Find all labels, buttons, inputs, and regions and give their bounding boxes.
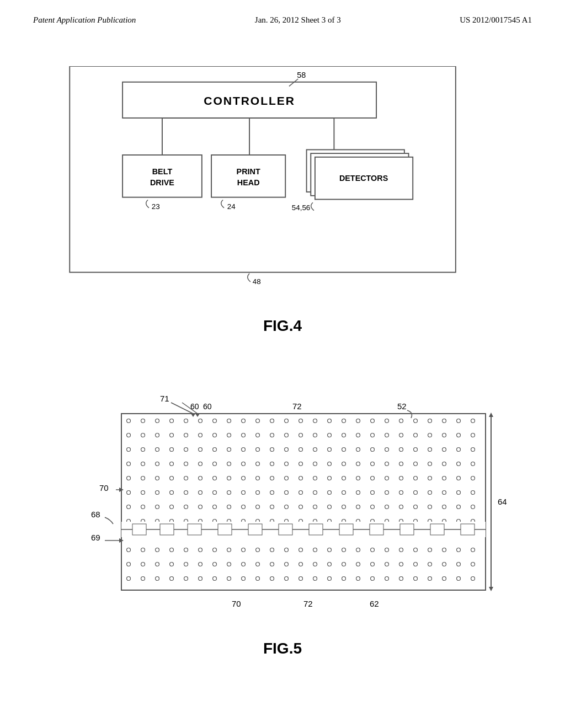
- fig4-caption: FIG.4: [263, 317, 302, 334]
- svg-marker-25: [489, 587, 493, 591]
- svg-text:58: 58: [297, 71, 306, 79]
- svg-text:70: 70: [232, 599, 241, 608]
- svg-rect-58: [218, 524, 232, 535]
- svg-text:64: 64: [498, 497, 507, 506]
- svg-text:62: 62: [370, 599, 379, 608]
- svg-text:70: 70: [99, 483, 109, 493]
- svg-text:60: 60: [203, 402, 212, 411]
- svg-text:54,56: 54,56: [292, 204, 311, 212]
- svg-rect-74: [461, 524, 475, 535]
- svg-line-29: [182, 403, 198, 414]
- svg-rect-18: [315, 157, 413, 200]
- svg-text:48: 48: [253, 277, 261, 286]
- svg-text:23: 23: [152, 202, 160, 211]
- svg-rect-70: [400, 524, 414, 535]
- svg-text:71: 71: [160, 394, 169, 403]
- svg-text:68: 68: [91, 510, 100, 519]
- svg-rect-1: [122, 82, 376, 118]
- svg-rect-8: [122, 155, 202, 197]
- svg-text:69: 69: [91, 533, 100, 542]
- svg-rect-72: [430, 524, 444, 535]
- svg-rect-60: [248, 524, 262, 535]
- svg-rect-66: [339, 524, 353, 535]
- svg-text:HEAD: HEAD: [237, 178, 260, 187]
- svg-text:72: 72: [303, 599, 313, 608]
- svg-rect-54: [160, 524, 174, 535]
- header-right: US 2012/0017545 A1: [460, 15, 532, 25]
- svg-text:60: 60: [190, 402, 199, 411]
- svg-rect-12: [211, 155, 285, 197]
- svg-text:52: 52: [397, 402, 407, 411]
- fig5-caption: FIG.5: [263, 640, 302, 657]
- svg-rect-56: [188, 524, 201, 535]
- svg-rect-52: [132, 524, 146, 535]
- header-center: Jan. 26, 2012 Sheet 3 of 3: [255, 15, 341, 25]
- svg-rect-68: [370, 524, 383, 535]
- svg-text:CONTROLLER: CONTROLLER: [204, 94, 295, 107]
- svg-rect-0: [70, 66, 456, 272]
- svg-line-28: [171, 403, 193, 414]
- svg-text:PRINT: PRINT: [237, 167, 260, 176]
- svg-text:DETECTORS: DETECTORS: [339, 174, 388, 183]
- fig5-diagram: 64 71 60 60 72 52: [50, 370, 513, 656]
- svg-text:72: 72: [292, 402, 302, 411]
- svg-rect-76: [121, 539, 486, 590]
- svg-marker-24: [489, 413, 493, 417]
- svg-text:DRIVE: DRIVE: [150, 178, 174, 187]
- svg-rect-17: [311, 153, 408, 196]
- svg-rect-64: [309, 524, 323, 535]
- page-header: Patent Application Publication Jan. 26, …: [0, 15, 565, 25]
- svg-rect-48: [121, 414, 486, 523]
- svg-text:24: 24: [227, 202, 236, 211]
- svg-text:BELT: BELT: [152, 167, 173, 176]
- fig4-diagram: CONTROLLER 58 BELT DRIVE 23 PRINT HEAD 2…: [61, 66, 491, 320]
- header-left: Patent Application Publication: [33, 15, 136, 25]
- svg-rect-16: [307, 149, 404, 192]
- svg-rect-62: [279, 524, 292, 535]
